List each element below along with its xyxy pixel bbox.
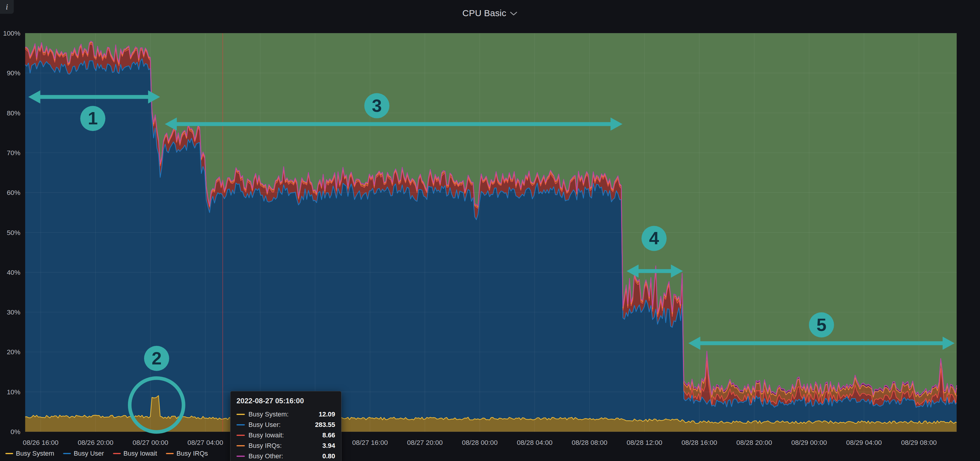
x-axis-label: 08/26 20:00 [78,439,113,446]
legend-label: Busy IRQs [177,450,208,458]
y-axis-label: 80% [7,110,20,117]
annotation-number: 3 [372,96,382,116]
tooltip-series-value: 12.09 [312,410,335,418]
x-axis-label: 08/28 00:00 [462,439,498,446]
legend-label: Busy System [16,450,54,458]
x-axis-label: 08/28 12:00 [627,439,662,446]
grafana-panel: i CPU Basic 0%10%20%30%40%50%60%70%80%90… [0,0,980,461]
x-axis-label: 08/26 16:00 [23,439,58,446]
x-axis-label: 08/27 00:00 [133,439,168,446]
tooltip-row: Busy Iowait:8.66 [237,430,335,440]
legend-label: Busy User [73,450,104,458]
legend-series-dash [63,453,71,454]
tooltip-series-label: Busy Iowait: [248,431,284,439]
panel-title-menu[interactable]: CPU Basic [463,8,518,18]
tooltip-row: Busy Other:0.80 [237,451,335,461]
tooltip-rows: Busy System:12.09Busy User:283.55Busy Io… [237,409,335,461]
panel-header: CPU Basic [0,0,980,26]
annotation-number: 1 [88,108,98,128]
y-axis-label: 0% [11,428,20,436]
tooltip-series-value: 8.66 [315,431,335,439]
panel-info-corner[interactable]: i [0,0,14,14]
annotation-number: 5 [816,315,826,335]
tooltip-series-label: Busy Other: [248,452,283,460]
tooltip-series-label: Busy IRQs: [248,442,282,450]
panel-title: CPU Basic [463,8,506,18]
y-axis-label: 20% [7,348,20,356]
series-color-dash [237,435,245,436]
chevron-down-icon [510,11,517,16]
legend-item-busy-irqs[interactable]: Busy IRQs [166,450,208,458]
tooltip-row: Busy System:12.09 [237,409,335,420]
x-axis-label: 08/29 04:00 [846,439,881,446]
tooltip-series-value: 0.80 [315,452,335,460]
y-axis-label: 100% [3,30,20,37]
x-axis-label: 08/29 00:00 [791,439,827,446]
annotation-number: 4 [649,228,659,248]
y-axis-label: 70% [7,149,20,157]
series-color-dash [237,414,245,415]
annotation-number: 2 [151,348,161,368]
tooltip-timestamp: 2022-08-27 05:16:00 [237,397,335,405]
series-color-dash [237,456,245,457]
x-axis-label: 08/27 04:00 [188,439,223,446]
tooltip-series-value: 3.94 [315,442,335,450]
info-icon: i [6,2,8,12]
legend-item-busy-system[interactable]: Busy System [5,450,54,458]
legend-label: Busy Iowait [124,450,157,458]
legend-series-dash [166,453,174,454]
legend-item-busy-iowait[interactable]: Busy Iowait [113,450,157,458]
legend: Busy SystemBusy UserBusy IowaitBusy IRQs [5,450,208,458]
tooltip-row: Busy IRQs:3.94 [237,440,335,451]
series-color-dash [237,424,245,425]
tooltip-series-value: 283.55 [308,421,335,429]
x-axis-label: 08/28 04:00 [517,439,552,446]
x-axis-label: 08/27 20:00 [407,439,443,446]
tooltip-row: Busy User:283.55 [237,420,335,430]
tooltip-series-label: Busy User: [248,421,281,429]
x-axis-label: 08/28 08:00 [572,439,607,446]
legend-item-busy-user[interactable]: Busy User [63,450,104,458]
series-color-dash [237,445,245,446]
y-axis-label: 90% [7,69,20,77]
y-axis-label: 10% [7,388,20,396]
x-axis-label: 08/28 20:00 [737,439,772,446]
legend-series-dash [5,453,13,454]
chart-tooltip: 2022-08-27 05:16:00 Busy System:12.09Bus… [230,391,341,461]
cpu-usage-chart[interactable]: 0%10%20%30%40%50%60%70%80%90%100%08/26 1… [0,0,980,461]
x-axis-label: 08/27 16:00 [352,439,388,446]
tooltip-series-label: Busy System: [248,410,288,418]
y-axis-label: 30% [7,308,20,316]
y-axis-label: 40% [7,269,20,276]
x-axis-label: 08/28 16:00 [682,439,717,446]
x-axis-label: 08/29 08:00 [901,439,937,446]
y-axis-label: 60% [7,189,20,196]
y-axis-label: 50% [7,229,20,237]
legend-series-dash [113,453,121,454]
